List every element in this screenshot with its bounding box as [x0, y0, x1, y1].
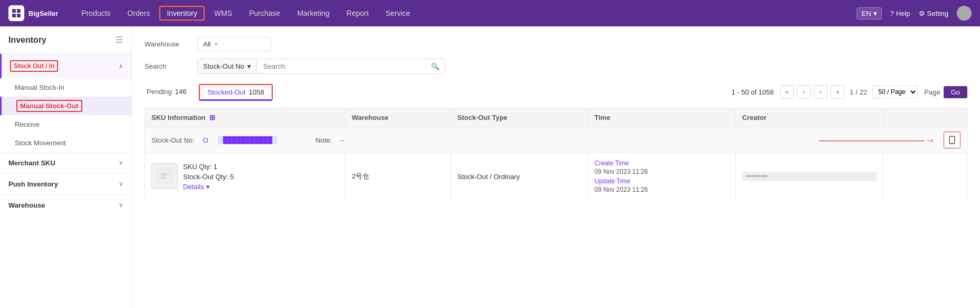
main-layout: Inventory ☰ Stock Out / In ∧ Manual Stoc…: [0, 26, 980, 308]
sidebar-section-stock-header[interactable]: Stock Out / In ∧: [0, 54, 131, 78]
warehouse-label: Warehouse: [145, 40, 187, 48]
warehouse-select[interactable]: All ▾: [197, 37, 271, 51]
stock-out-no-blurred: ███████████: [218, 136, 278, 144]
nav-marketing[interactable]: Marketing: [290, 6, 337, 21]
creator-value: ••••••••••: [742, 172, 877, 181]
sidebar-title: Inventory: [8, 35, 46, 45]
table-row: Stock-Out No: O ███████████ Note: –: [145, 127, 967, 200]
page-size-select[interactable]: 50 / Page: [872, 86, 918, 98]
search-label: Search: [145, 62, 187, 70]
sidebar-section-warehouse-chevron: ∨: [119, 202, 123, 209]
svg-rect-8: [160, 175, 167, 176]
logo-text: BigSeller: [28, 10, 58, 17]
add-column-icon[interactable]: ⊞: [209, 114, 215, 122]
data-row-header: Stock-Out No: O ███████████ Note: –: [145, 127, 967, 153]
svg-rect-9: [160, 178, 166, 179]
td-sku-info: SKU Qty: 1 Stock-Out Qty: 5 Details ▾: [145, 153, 345, 200]
svg-rect-1: [17, 9, 21, 13]
language-button[interactable]: EN ▾: [857, 7, 881, 20]
last-page-button[interactable]: »: [831, 85, 844, 99]
td-actions: [883, 153, 926, 200]
td-warehouse: 2号仓: [345, 153, 451, 200]
sku-info-cell: SKU Qty: 1 Stock-Out Qty: 5 Details ▾: [151, 163, 339, 191]
sidebar-item-manual-stock-in[interactable]: Manual Stock-In: [0, 78, 131, 97]
sidebar-section-push-inventory: Push Inventory ∨: [0, 174, 131, 195]
table-header: SKU Information ⊞ Warehouse Stock-Out Ty…: [145, 108, 967, 127]
sidebar-section-warehouse-header[interactable]: Warehouse ∨: [0, 195, 131, 216]
th-stock-out-type: Stock-Out Type: [451, 108, 588, 127]
logo[interactable]: BigSeller: [8, 5, 58, 21]
top-navigation: BigSeller Products Orders Inventory WMS …: [0, 0, 980, 26]
sidebar-section-merchant-sku-label: Merchant SKU: [8, 159, 55, 167]
nav-items: Products Orders Inventory WMS Purchase M…: [74, 6, 857, 21]
sidebar-section-warehouse-label: Warehouse: [8, 201, 45, 209]
th-sku-info: SKU Information ⊞: [145, 108, 345, 127]
note-value: –: [340, 136, 344, 144]
prev-page-button[interactable]: ‹: [797, 85, 811, 99]
setting-button[interactable]: ⚙ Setting: [919, 10, 948, 17]
sidebar-header: Inventory ☰: [0, 26, 131, 54]
avatar[interactable]: [957, 6, 972, 21]
first-page-button[interactable]: «: [780, 85, 794, 99]
sku-image: [151, 163, 178, 189]
create-time-value: 09 Nov 2023 11:26: [594, 168, 729, 175]
data-row-content: SKU Qty: 1 Stock-Out Qty: 5 Details ▾: [145, 153, 967, 200]
content-area: Warehouse All ▾ Search Stock-Out No ▾ 🔍: [132, 26, 980, 308]
search-icon[interactable]: 🔍: [426, 59, 445, 73]
warehouse-caret: ▾: [215, 41, 217, 47]
sidebar-section-push-inventory-label: Push Inventory: [8, 180, 58, 188]
nav-right: EN ▾ ? Help ⚙ Setting: [857, 6, 972, 21]
stock-out-no-label: Stock-Out No:: [151, 136, 195, 144]
sku-details: SKU Qty: 1 Stock-Out Qty: 5 Details ▾: [183, 163, 234, 191]
help-button[interactable]: ? Help: [890, 10, 910, 17]
sidebar-section-warehouse: Warehouse ∨: [0, 195, 131, 216]
sidebar-section-push-inventory-header[interactable]: Push Inventory ∨: [0, 174, 131, 194]
sidebar-section-stock: Stock Out / In ∧ Manual Stock-In Manual …: [0, 54, 131, 153]
sidebar: Inventory ☰ Stock Out / In ∧ Manual Stoc…: [0, 26, 132, 308]
sidebar-item-stock-movement[interactable]: Stock Movement: [0, 134, 131, 152]
sidebar-section-merchant-sku-chevron: ∨: [119, 160, 123, 166]
search-row: Search Stock-Out No ▾ 🔍: [145, 59, 967, 74]
tab-stocked-out[interactable]: Stocked-Out 1058: [199, 84, 272, 101]
note-label: Note:: [315, 136, 332, 144]
logo-icon: [8, 5, 24, 21]
search-type-select[interactable]: Stock-Out No ▾: [198, 59, 257, 73]
sku-qty: SKU Qty: 1: [183, 163, 234, 171]
nav-products[interactable]: Products: [74, 6, 118, 21]
next-page-button[interactable]: ›: [814, 85, 828, 99]
nav-orders[interactable]: Orders: [120, 6, 158, 21]
stock-out-no-value: O: [203, 136, 208, 144]
th-actions: [883, 108, 926, 127]
warehouse-filter-row: Warehouse All ▾: [145, 37, 967, 51]
tab-pending[interactable]: Pending 146: [145, 82, 188, 102]
nav-report[interactable]: Report: [339, 6, 376, 21]
arrow-indicator: ——————————→: [570, 134, 935, 146]
nav-inventory[interactable]: Inventory: [159, 6, 205, 21]
sidebar-item-manual-stock-out[interactable]: Manual Stock-Out: [0, 97, 131, 115]
sidebar-section-push-inventory-chevron: ∨: [119, 181, 123, 188]
sidebar-collapse-icon[interactable]: ☰: [116, 35, 123, 45]
nav-purchase[interactable]: Purchase: [242, 6, 287, 21]
nav-wms[interactable]: WMS: [207, 6, 239, 21]
search-input[interactable]: [257, 59, 426, 73]
svg-rect-3: [17, 14, 21, 17]
sku-out-qty: Stock-Out Qty: 5: [183, 173, 234, 181]
sku-details-link[interactable]: Details ▾: [183, 183, 234, 191]
sidebar-section-merchant-sku-header[interactable]: Merchant SKU ∨: [0, 153, 131, 173]
td-time: Create Time 09 Nov 2023 11:26 Update Tim…: [588, 153, 736, 200]
create-time-label: Create Time: [594, 160, 729, 167]
mobile-view-button[interactable]: [944, 132, 960, 148]
update-time-value: 09 Nov 2023 11:26: [594, 186, 729, 193]
td-creator: ••••••••••: [736, 153, 883, 200]
sidebar-section-stock-label: Stock Out / In: [10, 60, 58, 72]
page-current: 1 / 22: [850, 88, 867, 96]
tabs-and-pagination-row: Pending 146 Stocked-Out 1058 1 - 50 of 1…: [145, 82, 967, 101]
svg-point-5: [952, 142, 953, 143]
pagination-row: 1 - 50 of 1058 « ‹ › » 1 / 22 50 / Page …: [732, 85, 967, 99]
go-button[interactable]: Go: [944, 86, 967, 98]
nav-service[interactable]: Service: [378, 6, 418, 21]
pagination-range: 1 - 50 of 1058: [732, 88, 774, 96]
update-time-label: Update Time: [594, 178, 729, 185]
sidebar-item-receive[interactable]: Receive: [0, 115, 131, 134]
sidebar-section-merchant-sku: Merchant SKU ∨: [0, 153, 131, 174]
